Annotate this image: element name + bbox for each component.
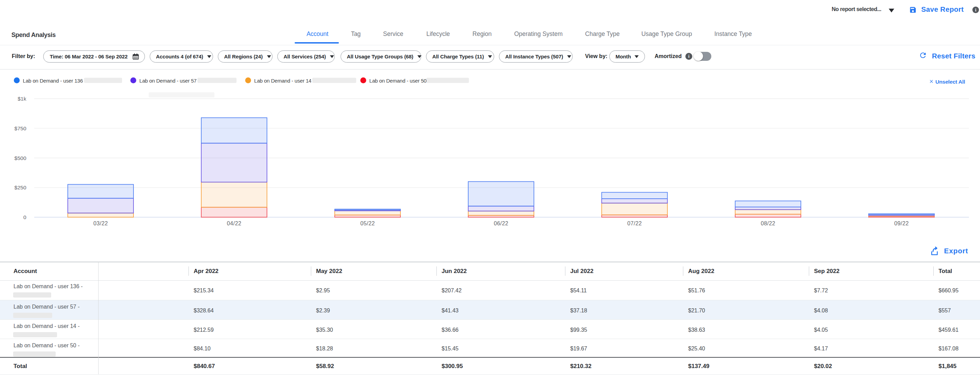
svg-text:09/22: 09/22 xyxy=(894,221,909,226)
svg-text:07/22: 07/22 xyxy=(627,221,642,226)
svg-text:05/22: 05/22 xyxy=(360,221,375,226)
svg-text:03/22: 03/22 xyxy=(93,221,108,226)
svg-text:$250: $250 xyxy=(14,184,27,190)
svg-text:$750: $750 xyxy=(14,125,27,131)
svg-text:$500: $500 xyxy=(14,155,27,161)
svg-text:0: 0 xyxy=(23,214,26,220)
svg-text:06/22: 06/22 xyxy=(494,221,508,226)
svg-text:$1k: $1k xyxy=(18,96,26,102)
svg-text:08/22: 08/22 xyxy=(761,221,775,226)
svg-text:04/22: 04/22 xyxy=(227,221,241,226)
